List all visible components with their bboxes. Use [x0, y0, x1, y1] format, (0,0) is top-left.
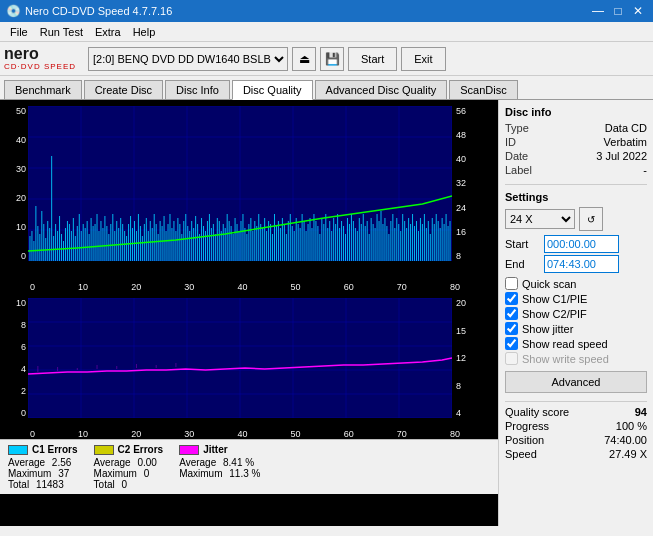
lower-y-axis-right: 20 15 12 8 4 — [454, 298, 490, 418]
position-label: Position — [505, 434, 544, 446]
c2-total-label: Total — [94, 479, 115, 490]
disc-id-value: Verbatim — [604, 136, 647, 148]
tab-create-disc[interactable]: Create Disc — [84, 80, 163, 99]
jitter-label: Jitter — [203, 444, 227, 455]
show-c1-checkbox[interactable] — [505, 292, 518, 305]
c1-avg-value: 2.56 — [52, 457, 71, 468]
c1-avg-label: Average — [8, 457, 45, 468]
disc-info-section: Disc info Type Data CD ID Verbatim Date … — [505, 106, 647, 176]
speed-row: 24 X ↺ — [505, 207, 647, 231]
speed-info-value: 27.49 X — [609, 448, 647, 460]
position-row: Position 74:40.00 — [505, 434, 647, 446]
upper-chart — [28, 106, 452, 261]
c1-total-value: 11483 — [36, 479, 64, 490]
jitter-legend: Jitter Average 8.41 % Maximum 11.3 % — [179, 444, 260, 490]
show-jitter-label: Show jitter — [522, 323, 573, 335]
menu-help[interactable]: Help — [127, 24, 162, 40]
c2-label: C2 Errors — [118, 444, 164, 455]
charts-panel: 50 40 30 20 10 0 — [0, 100, 498, 526]
disc-id-row: ID Verbatim — [505, 136, 647, 148]
exit-button[interactable]: Exit — [401, 47, 445, 71]
c1-label: C1 Errors — [32, 444, 78, 455]
quick-scan-checkbox[interactable] — [505, 277, 518, 290]
c2-avg-label: Average — [94, 457, 131, 468]
c1-color-box — [8, 445, 28, 455]
end-label: End — [505, 258, 540, 270]
lower-x-axis: 0 10 20 30 40 50 60 70 80 — [0, 428, 498, 439]
quality-score-row: Quality score 94 — [505, 406, 647, 418]
show-c1-row: Show C1/PIE — [505, 292, 647, 305]
disc-label-row: Label - — [505, 164, 647, 176]
quick-scan-row: Quick scan — [505, 277, 647, 290]
close-button[interactable]: ✕ — [629, 3, 647, 19]
disc-id-label: ID — [505, 136, 516, 148]
disc-type-value: Data CD — [605, 122, 647, 134]
position-value: 74:40.00 — [604, 434, 647, 446]
show-jitter-checkbox[interactable] — [505, 322, 518, 335]
eject-button[interactable]: ⏏ — [292, 47, 316, 71]
show-read-speed-checkbox[interactable] — [505, 337, 518, 350]
tab-disc-info[interactable]: Disc Info — [165, 80, 230, 99]
menu-extra[interactable]: Extra — [89, 24, 127, 40]
c1-total-label: Total — [8, 479, 29, 490]
progress-value: 100 % — [616, 420, 647, 432]
app-logo: nero CD·DVD SPEED — [4, 46, 76, 71]
tab-scan-disc[interactable]: ScanDisc — [449, 80, 517, 99]
jitter-max-value: 11.3 % — [229, 468, 260, 479]
progress-label: Progress — [505, 420, 549, 432]
settings-section: Settings 24 X ↺ Start End Quick scan — [505, 191, 647, 393]
disc-label-label: Label — [505, 164, 532, 176]
refresh-button[interactable]: ↺ — [579, 207, 603, 231]
start-button[interactable]: Start — [348, 47, 397, 71]
show-write-speed-row: Show write speed — [505, 352, 647, 365]
quick-scan-label: Quick scan — [522, 278, 576, 290]
tab-disc-quality[interactable]: Disc Quality — [232, 80, 313, 100]
toolbar: nero CD·DVD SPEED [2:0] BENQ DVD DD DW16… — [0, 42, 653, 76]
disc-date-row: Date 3 Jul 2022 — [505, 150, 647, 162]
save-button[interactable]: 💾 — [320, 47, 344, 71]
c2-max-label: Maximum — [94, 468, 137, 479]
divider-2 — [505, 401, 647, 402]
show-c2-label: Show C2/PIF — [522, 308, 587, 320]
disc-date-value: 3 Jul 2022 — [596, 150, 647, 162]
upper-x-axis: 0 10 20 30 40 50 60 70 80 — [0, 281, 498, 292]
show-jitter-row: Show jitter — [505, 322, 647, 335]
show-c2-checkbox[interactable] — [505, 307, 518, 320]
end-time-row: End — [505, 255, 647, 273]
minimize-button[interactable]: — — [589, 3, 607, 19]
drive-select[interactable]: [2:0] BENQ DVD DD DW1640 BSLB — [88, 47, 288, 71]
advanced-button[interactable]: Advanced — [505, 371, 647, 393]
show-read-speed-label: Show read speed — [522, 338, 608, 350]
show-c1-label: Show C1/PIE — [522, 293, 587, 305]
jitter-max-label: Maximum — [179, 468, 222, 479]
start-time-input[interactable] — [544, 235, 619, 253]
disc-type-label: Type — [505, 122, 529, 134]
jitter-avg-label: Average — [179, 457, 216, 468]
disc-label-value: - — [643, 164, 647, 176]
legend-area: C1 Errors Average 2.56 Maximum 37 Total … — [0, 439, 498, 494]
c2-avg-value: 0.00 — [137, 457, 156, 468]
speed-info-row: Speed 27.49 X — [505, 448, 647, 460]
main-content: 50 40 30 20 10 0 — [0, 100, 653, 526]
c1-max-label: Maximum — [8, 468, 51, 479]
c1-legend: C1 Errors Average 2.56 Maximum 37 Total … — [8, 444, 78, 490]
show-read-speed-row: Show read speed — [505, 337, 647, 350]
upper-chart-container: 50 40 30 20 10 0 — [0, 106, 490, 281]
upper-y-axis-left: 50 40 30 20 10 0 — [0, 106, 28, 261]
lower-chart — [28, 298, 452, 418]
title-bar-controls: — □ ✕ — [589, 3, 647, 19]
lower-y-axis-left: 10 8 6 4 2 0 — [0, 298, 28, 418]
end-time-input[interactable] — [544, 255, 619, 273]
speed-select[interactable]: 24 X — [505, 209, 575, 229]
maximize-button[interactable]: □ — [609, 3, 627, 19]
tab-advanced-disc-quality[interactable]: Advanced Disc Quality — [315, 80, 448, 99]
disc-date-label: Date — [505, 150, 528, 162]
c1-max-value: 37 — [58, 468, 69, 479]
c2-max-value: 0 — [144, 468, 150, 479]
menu-run-test[interactable]: Run Test — [34, 24, 89, 40]
show-write-speed-checkbox[interactable] — [505, 352, 518, 365]
menu-file[interactable]: File — [4, 24, 34, 40]
title-bar: 💿 Nero CD-DVD Speed 4.7.7.16 — □ ✕ — [0, 0, 653, 22]
tab-benchmark[interactable]: Benchmark — [4, 80, 82, 99]
progress-row: Progress 100 % — [505, 420, 647, 432]
